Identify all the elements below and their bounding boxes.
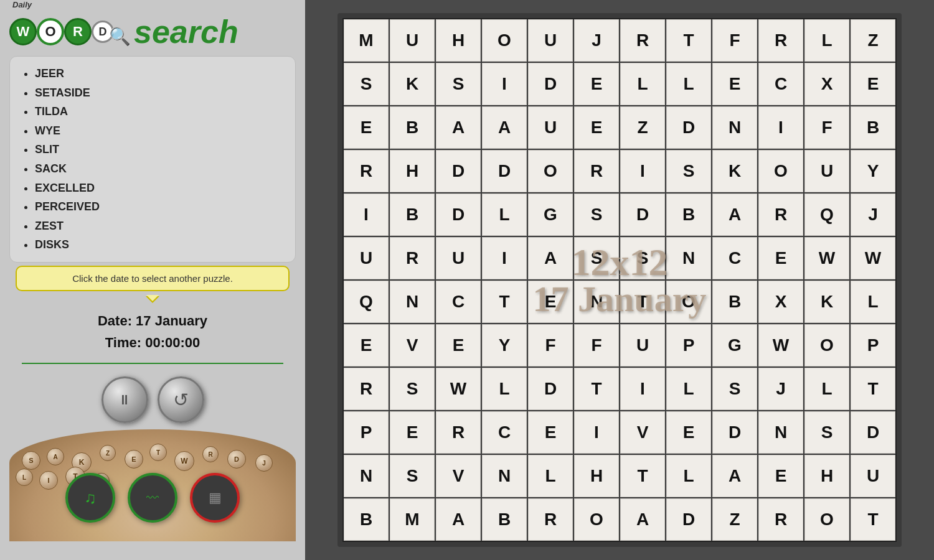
grid-cell[interactable]: R: [574, 150, 619, 192]
grid-cell[interactable]: D: [528, 368, 573, 410]
grid-cell[interactable]: R: [344, 150, 389, 192]
grid-cell[interactable]: O: [804, 324, 849, 366]
grid-cell[interactable]: H: [804, 455, 849, 497]
list-item[interactable]: JEER: [35, 64, 283, 83]
grid-cell[interactable]: K: [712, 150, 757, 192]
grid-cell[interactable]: A: [436, 498, 481, 541]
grid-cell[interactable]: U: [528, 19, 573, 62]
grid-cell[interactable]: B: [390, 194, 435, 236]
grid-cell[interactable]: O: [666, 281, 711, 323]
grid-cell[interactable]: K: [390, 63, 435, 105]
grid-cell[interactable]: Z: [851, 19, 895, 62]
grid-cell[interactable]: B: [390, 106, 435, 149]
grid-cell[interactable]: X: [758, 281, 803, 323]
grid-cell[interactable]: O: [574, 498, 619, 541]
grid-cell[interactable]: E: [666, 411, 711, 454]
grid-cell[interactable]: J: [851, 194, 895, 236]
grid-cell[interactable]: B: [712, 281, 757, 323]
grid-cell[interactable]: R: [758, 194, 803, 236]
grid-cell[interactable]: C: [712, 237, 757, 279]
grid-cell[interactable]: R: [528, 498, 573, 541]
grid-cell[interactable]: X: [804, 63, 849, 105]
grid-cell[interactable]: F: [574, 324, 619, 366]
grid-cell[interactable]: A: [482, 106, 527, 149]
grid-cell[interactable]: A: [712, 194, 757, 236]
grid-cell[interactable]: D: [851, 411, 895, 454]
grid-cell[interactable]: V: [436, 455, 481, 497]
grid-cell[interactable]: D: [528, 63, 573, 105]
list-item[interactable]: ZEST: [35, 217, 283, 236]
grid-cell[interactable]: R: [758, 498, 803, 541]
grid-cell[interactable]: Q: [804, 194, 849, 236]
grid-cell[interactable]: E: [712, 63, 757, 105]
grid-cell[interactable]: E: [574, 63, 619, 105]
grid-cell[interactable]: L: [851, 281, 895, 323]
grid-cell[interactable]: N: [574, 281, 619, 323]
grid-cell[interactable]: I: [344, 194, 389, 236]
grid-cell[interactable]: M: [344, 19, 389, 62]
list-item[interactable]: SLIT: [35, 140, 283, 159]
grid-cell[interactable]: U: [436, 237, 481, 279]
grid-cell[interactable]: J: [758, 368, 803, 410]
grid-cell[interactable]: T: [851, 368, 895, 410]
grid-cell[interactable]: Y: [482, 324, 527, 366]
grid-cell[interactable]: U: [344, 237, 389, 279]
grid-cell[interactable]: P: [851, 324, 895, 366]
date-label[interactable]: Date: 17 January: [98, 310, 207, 332]
grid-cell[interactable]: W: [851, 237, 895, 279]
screen-button[interactable]: ▦: [190, 473, 240, 523]
grid-cell[interactable]: U: [390, 19, 435, 62]
grid-cell[interactable]: E: [344, 324, 389, 366]
grid-cell[interactable]: N: [758, 411, 803, 454]
grid-cell[interactable]: T: [620, 281, 665, 323]
grid-cell[interactable]: T: [620, 455, 665, 497]
grid-cell[interactable]: B: [851, 106, 895, 149]
grid-cell[interactable]: T: [666, 19, 711, 62]
list-item[interactable]: TILDA: [35, 102, 283, 121]
grid-cell[interactable]: E: [436, 324, 481, 366]
grid-cell[interactable]: S: [390, 368, 435, 410]
grid-cell[interactable]: I: [620, 368, 665, 410]
grid-cell[interactable]: H: [436, 19, 481, 62]
grid-cell[interactable]: N: [482, 455, 527, 497]
grid-cell[interactable]: D: [436, 194, 481, 236]
grid-cell[interactable]: V: [390, 324, 435, 366]
list-item[interactable]: WYE: [35, 121, 283, 141]
grid-cell[interactable]: S: [804, 411, 849, 454]
grid-cell[interactable]: Q: [344, 281, 389, 323]
grid-cell[interactable]: E: [758, 455, 803, 497]
grid-cell[interactable]: S: [712, 368, 757, 410]
grid-cell[interactable]: U: [851, 455, 895, 497]
grid-cell[interactable]: A: [712, 455, 757, 497]
grid-cell[interactable]: F: [712, 19, 757, 62]
grid-cell[interactable]: U: [528, 106, 573, 149]
grid-cell[interactable]: M: [390, 498, 435, 541]
grid-cell[interactable]: S: [666, 150, 711, 192]
grid-cell[interactable]: R: [758, 19, 803, 62]
grid-cell[interactable]: A: [436, 106, 481, 149]
pause-button[interactable]: ⏸: [101, 376, 148, 423]
list-item[interactable]: SACK: [35, 159, 283, 179]
grid-cell[interactable]: B: [666, 194, 711, 236]
grid-cell[interactable]: R: [620, 19, 665, 62]
grid-cell[interactable]: E: [344, 106, 389, 149]
refresh-button[interactable]: ↺: [158, 376, 204, 423]
grid-cell[interactable]: E: [574, 106, 619, 149]
grid-cell[interactable]: E: [851, 63, 895, 105]
list-item[interactable]: PERCEIVED: [35, 197, 283, 217]
grid-cell[interactable]: A: [528, 237, 573, 279]
grid-cell[interactable]: G: [712, 324, 757, 366]
grid-cell[interactable]: E: [528, 281, 573, 323]
grid-cell[interactable]: I: [482, 63, 527, 105]
grid-cell[interactable]: S: [574, 237, 619, 279]
grid-cell[interactable]: O: [758, 150, 803, 192]
grid-cell[interactable]: L: [528, 455, 573, 497]
grid-cell[interactable]: C: [482, 411, 527, 454]
grid-cell[interactable]: T: [574, 368, 619, 410]
grid-cell[interactable]: H: [574, 455, 619, 497]
grid-cell[interactable]: J: [574, 19, 619, 62]
grid-cell[interactable]: P: [666, 324, 711, 366]
grid-cell[interactable]: V: [620, 411, 665, 454]
grid-cell[interactable]: U: [620, 324, 665, 366]
grid-cell[interactable]: H: [390, 150, 435, 192]
